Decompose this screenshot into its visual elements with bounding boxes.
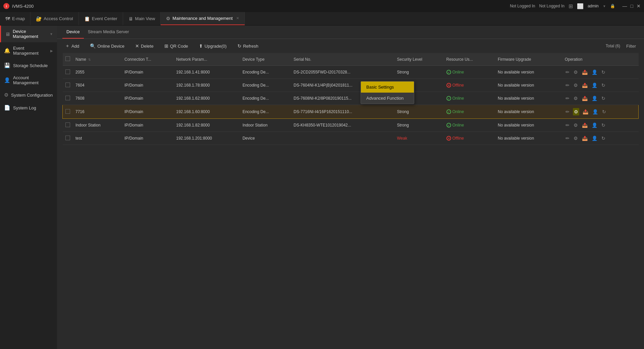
tab-main-view[interactable]: 🖥 Main View xyxy=(123,12,161,25)
row-3-settings-icon[interactable]: ⚙ xyxy=(573,95,579,102)
monitor-icon[interactable]: ⬜ xyxy=(577,3,584,9)
tab-emap-label: E-map xyxy=(12,16,25,21)
row-1-serial-no: DS-2CD2055FWD-I20170328... xyxy=(291,66,394,79)
row-4-status-dot: ✓ xyxy=(446,109,451,114)
sidebar-item-system-configuration-label: System Configuration xyxy=(11,93,53,98)
add-label: Add xyxy=(71,44,79,49)
sidebar-item-storage-schedule[interactable]: 💾 Storage Schedule xyxy=(0,59,57,72)
admin-label[interactable]: admin xyxy=(588,4,599,8)
tab-event-center-label: Event Center xyxy=(92,16,117,21)
add-button[interactable]: ＋ Add xyxy=(62,42,82,50)
sidebar-item-event-management[interactable]: 🔔 Event Management ▶ xyxy=(0,42,57,59)
filter-button[interactable]: Filter xyxy=(624,42,639,50)
row-6-checkbox-cell[interactable] xyxy=(63,132,73,145)
toolbar: ＋ Add 🔍 Online Device ✕ Delete ⊞ QR Code… xyxy=(57,39,644,53)
refresh-icon: ↻ xyxy=(237,43,241,49)
table-row: 7604 IP/Domain 192.168.1.78:8000 Encodin… xyxy=(63,79,639,92)
close-button[interactable]: ✕ xyxy=(637,3,641,9)
row-5-status-text: Online xyxy=(452,123,464,128)
refresh-button[interactable]: ↻ Refresh xyxy=(235,42,261,50)
sidebar-item-system-log[interactable]: 📄 System Log xyxy=(0,101,57,114)
tab-event-center[interactable]: 📋 Event Center xyxy=(79,12,123,25)
row-6-export-icon[interactable]: 📤 xyxy=(581,135,588,142)
row-3-checkbox[interactable] xyxy=(65,96,70,100)
tab-access-control-label: Access Control xyxy=(44,16,73,21)
col-resource-usage: Resource Us... xyxy=(444,53,495,66)
select-all-checkbox[interactable] xyxy=(65,56,70,61)
sidebar-item-account-management[interactable]: 👤 Account Management xyxy=(0,72,57,89)
tab-maintenance-label: Maintenance and Management xyxy=(172,16,232,21)
col-name[interactable]: Name ⇅ xyxy=(73,53,122,66)
sidebar-item-system-configuration[interactable]: ⚙ System Configuration xyxy=(0,89,57,101)
row-5-user-icon[interactable]: 👤 xyxy=(591,122,598,129)
tab-access-control[interactable]: 🔐 Access Control xyxy=(31,12,78,25)
col-checkbox[interactable] xyxy=(63,53,73,66)
row-4-name: 7716 xyxy=(73,105,122,119)
grid-icon[interactable]: ⊞ xyxy=(569,3,573,9)
row-5-refresh-icon[interactable]: ↻ xyxy=(601,122,606,129)
tab-maintenance[interactable]: ⚙ Maintenance and Management ✕ xyxy=(161,12,245,25)
row-1-export-icon[interactable]: 📤 xyxy=(581,69,588,76)
row-4-refresh-icon[interactable]: ↻ xyxy=(601,108,607,115)
row-1-settings-icon[interactable]: ⚙ xyxy=(573,69,579,76)
row-1-checkbox[interactable] xyxy=(65,69,70,74)
row-3-refresh-icon[interactable]: ↻ xyxy=(601,95,606,102)
sub-tab-stream-media[interactable]: Stream Media Server xyxy=(84,26,133,39)
row-6-checkbox[interactable] xyxy=(65,136,70,140)
row-5-checkbox-cell[interactable] xyxy=(63,119,73,132)
main-view-icon: 🖥 xyxy=(128,16,133,21)
row-5-settings-icon[interactable]: ⚙ xyxy=(573,122,579,129)
maximize-button[interactable]: □ xyxy=(631,3,633,9)
sidebar-item-device-management[interactable]: 🖥 Device Management ▼ xyxy=(0,26,57,42)
row-1-user-icon[interactable]: 👤 xyxy=(591,69,598,76)
row-5-security-level: Strong xyxy=(394,119,443,132)
row-2-settings-icon[interactable]: ⚙ xyxy=(573,82,579,89)
row-3-checkbox-cell[interactable] xyxy=(63,92,73,105)
row-2-status-text: Offline xyxy=(452,83,464,88)
row-4-user-icon[interactable]: 👤 xyxy=(592,108,599,115)
row-6-settings-icon[interactable]: ⚙ xyxy=(573,135,579,142)
row-2-export-icon[interactable]: 📤 xyxy=(581,82,588,89)
row-5-checkbox[interactable] xyxy=(65,122,70,127)
row-4-export-icon[interactable]: 📤 xyxy=(582,108,589,115)
qr-code-button[interactable]: ⊞ QR Code xyxy=(162,42,191,50)
row-6-edit-icon[interactable]: ✏ xyxy=(565,135,570,142)
minimize-button[interactable]: — xyxy=(623,3,627,9)
row-4-settings-icon[interactable]: ⚙ xyxy=(573,108,579,115)
dropdown-item-basic-settings[interactable]: Basic Settings xyxy=(361,82,414,93)
row-5-edit-icon[interactable]: ✏ xyxy=(565,122,570,129)
row-3-user-icon[interactable]: 👤 xyxy=(591,95,598,102)
row-6-refresh-icon[interactable]: ↻ xyxy=(601,135,606,142)
delete-label: Delete xyxy=(141,44,154,49)
not-logged-in-text: Not Logged In xyxy=(539,4,565,8)
row-3-edit-icon[interactable]: ✏ xyxy=(565,95,570,102)
row-2-checkbox[interactable] xyxy=(65,83,70,87)
upgrade-button[interactable]: ⬆ Upgrade(0) xyxy=(196,42,229,50)
row-4-checkbox[interactable] xyxy=(65,109,70,114)
row-2-edit-icon[interactable]: ✏ xyxy=(565,82,570,89)
row-1-refresh-icon[interactable]: ↻ xyxy=(601,69,606,76)
row-1-checkbox-cell[interactable] xyxy=(63,66,73,79)
tab-emap[interactable]: 🗺 E-map xyxy=(0,12,31,25)
lock-icon[interactable]: 🔒 xyxy=(610,4,615,8)
delete-button[interactable]: ✕ Delete xyxy=(132,42,156,50)
row-5-export-icon[interactable]: 📤 xyxy=(581,122,588,129)
row-6-operation: ✏ ⚙ 📤 👤 ↻ xyxy=(562,132,639,145)
tab-maintenance-close[interactable]: ✕ xyxy=(236,16,239,20)
sub-tab-device[interactable]: Device xyxy=(62,26,84,39)
row-2-user-icon[interactable]: 👤 xyxy=(591,82,598,89)
dropdown-item-advanced-function[interactable]: Advanced Function xyxy=(361,93,414,104)
row-6-user-icon[interactable]: 👤 xyxy=(591,135,598,142)
title-bar-left: i iVMS-4200 xyxy=(3,3,34,9)
table-body: 2055 IP/Domain 192.168.1.41:8000 Encodin… xyxy=(63,66,639,145)
row-2-checkbox-cell[interactable] xyxy=(63,79,73,92)
row-3-export-icon[interactable]: 📤 xyxy=(581,95,588,102)
col-name-label: Name xyxy=(75,57,86,62)
row-1-edit-icon[interactable]: ✏ xyxy=(565,69,570,76)
row-2-refresh-icon[interactable]: ↻ xyxy=(601,82,606,89)
online-device-button[interactable]: 🔍 Online Device xyxy=(87,42,127,50)
row-4-checkbox-cell[interactable] xyxy=(63,105,73,119)
row-1-name: 2055 xyxy=(73,66,122,79)
row-4-edit-icon[interactable]: ✏ xyxy=(565,108,570,115)
row-3-status-text: Online xyxy=(452,96,464,101)
